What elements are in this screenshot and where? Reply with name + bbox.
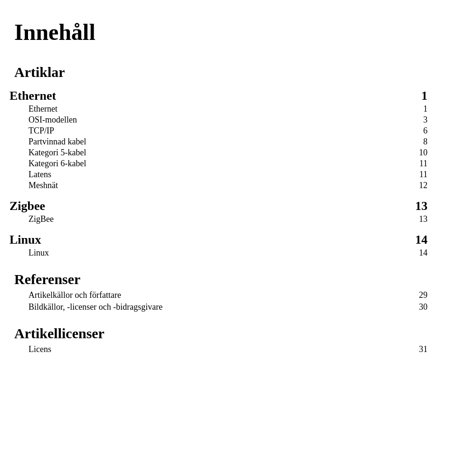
toc-top-entry-zigbee[interactable]: Zigbee13 <box>10 199 428 213</box>
toc-top-page-linux: 14 <box>408 233 428 247</box>
page-title: Innehåll <box>14 19 428 45</box>
toc-entry-label: OSI-modellen <box>28 115 408 125</box>
toc-entry-page: 13 <box>408 214 428 224</box>
toc-entry-label: TCP/IP <box>28 126 408 136</box>
references-heading: Referenser <box>14 271 428 287</box>
toc-entry-page: 12 <box>408 181 428 190</box>
toc-top-label-ethernet: Ethernet <box>10 89 408 103</box>
toc-entry-label: Partvinnad kabel <box>28 137 408 147</box>
toc-entry-label: Meshnät <box>28 181 408 190</box>
reference-entry-label: Artikelkällor och författare <box>28 290 408 300</box>
toc-entry[interactable]: Kategori 5-kabel10 <box>28 148 428 158</box>
reference-entry-label: Bildkällor, -licenser och -bidragsgivare <box>28 302 408 312</box>
toc-entry[interactable]: Latens11 <box>28 170 428 180</box>
toc-entry-page: 3 <box>408 115 428 125</box>
toc-top-page-zigbee: 13 <box>408 199 428 213</box>
artikellicenser-entry[interactable]: Licens31 <box>28 344 428 354</box>
toc-entry[interactable]: Ethernet1 <box>28 104 428 114</box>
toc-entry-label: Kategori 5-kabel <box>28 148 408 158</box>
toc-section-ethernet: Ethernet1Ethernet1OSI-modellen3TCP/IP6Pa… <box>10 89 428 190</box>
artikellicenser-entry-label: Licens <box>28 344 408 354</box>
artikellicenser-entry-page: 31 <box>408 344 428 354</box>
reference-entry-page: 29 <box>408 290 428 300</box>
artiklar-heading: Artiklar <box>14 64 428 80</box>
reference-entry-page: 30 <box>408 302 428 312</box>
toc-entry-label: Ethernet <box>28 104 408 114</box>
toc-entry-page: 11 <box>408 170 428 180</box>
toc-entry-page: 8 <box>408 137 428 147</box>
reference-entry[interactable]: Bildkällor, -licenser och -bidragsgivare… <box>28 302 428 312</box>
toc-entry-page: 10 <box>408 148 428 158</box>
toc-section-zigbee: Zigbee13ZigBee13 <box>10 199 428 224</box>
toc-entry-label: Linux <box>28 248 408 258</box>
toc-top-entry-ethernet[interactable]: Ethernet1 <box>10 89 428 103</box>
toc-entry[interactable]: Kategori 6-kabel11 <box>28 159 428 169</box>
toc-entry[interactable]: OSI-modellen3 <box>28 115 428 125</box>
toc-top-label-zigbee: Zigbee <box>10 199 408 213</box>
toc-entry-page: 11 <box>408 159 428 169</box>
toc-entry[interactable]: Meshnät12 <box>28 181 428 190</box>
toc-entry-label: ZigBee <box>28 214 408 224</box>
toc-entry-page: 6 <box>408 126 428 136</box>
toc-top-label-linux: Linux <box>10 233 408 247</box>
reference-entry[interactable]: Artikelkällor och författare29 <box>28 290 428 300</box>
toc-entry-label: Kategori 6-kabel <box>28 159 408 169</box>
toc-section-linux: Linux14Linux14 <box>10 233 428 258</box>
toc-entry[interactable]: Linux14 <box>28 248 428 258</box>
toc-entry[interactable]: ZigBee13 <box>28 214 428 224</box>
artikellicenser-heading: Artikellicenser <box>14 325 428 342</box>
toc-entry-label: Latens <box>28 170 408 180</box>
toc-entry[interactable]: Partvinnad kabel8 <box>28 137 428 147</box>
toc-entry-page: 1 <box>408 104 428 114</box>
toc-top-entry-linux[interactable]: Linux14 <box>10 233 428 247</box>
toc-entry[interactable]: TCP/IP6 <box>28 126 428 136</box>
toc-entry-page: 14 <box>408 248 428 258</box>
toc-top-page-ethernet: 1 <box>408 89 428 103</box>
